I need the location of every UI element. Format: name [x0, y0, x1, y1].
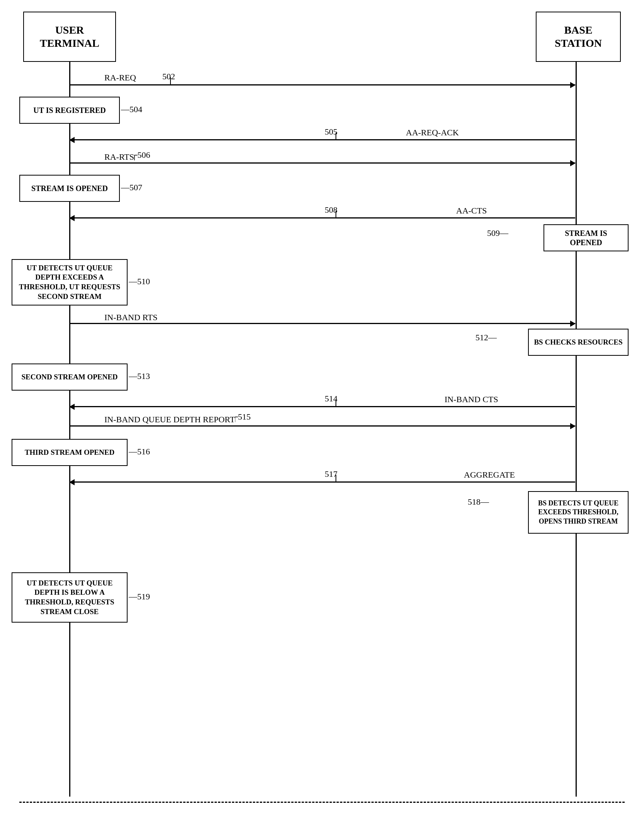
ut-header-label: USER TERMINAL [40, 24, 99, 49]
ref-502-bracket [170, 77, 171, 85]
bs-header-box: BASE STATION [536, 12, 621, 62]
aa-cts-arrow [70, 217, 575, 218]
bs-detects-box: BS DETECTS UT QUEUE EXCEEDS THRESHOLD, O… [528, 491, 629, 534]
stream-opened-ut-box: STREAM IS OPENED [19, 175, 120, 202]
ref-512: 512— [475, 333, 497, 343]
ra-rts-label: RA-RTS [104, 152, 134, 162]
second-stream-opened-box: SECOND STREAM OPENED [12, 364, 128, 391]
ref-506: ┌506 [131, 150, 150, 160]
ref-509: 509— [487, 228, 508, 238]
bs-vertical-line [576, 62, 577, 797]
ref-517-tick [336, 475, 336, 482]
dashed-bottom-line [19, 802, 625, 803]
in-band-cts-arrow [70, 406, 575, 407]
ut-registered-label: UT IS REGISTERED [33, 106, 106, 115]
bs-checks-box: BS CHECKS RESOURCES [528, 329, 629, 356]
in-band-cts-label: IN-BAND CTS [445, 394, 498, 404]
ref-513: —513 [129, 371, 150, 381]
aa-cts-label: AA-CTS [456, 206, 487, 216]
third-stream-opened-box: THIRD STREAM OPENED [12, 439, 128, 466]
bs-header-label: BASE STATION [555, 24, 602, 49]
aa-req-ack-arrow [70, 139, 575, 140]
ut-header-box: USER TERMINAL [23, 12, 116, 62]
in-band-rts-label: IN-BAND RTS [104, 312, 157, 323]
in-band-queue-label: IN-BAND QUEUE DEPTH REPORT [104, 415, 235, 425]
in-band-queue-arrow [70, 425, 575, 427]
ut-detects-second-box: UT DETECTS UT QUEUE DEPTH EXCEEDS A THRE… [12, 259, 128, 305]
bs-detects-label: BS DETECTS UT QUEUE EXCEEDS THRESHOLD, O… [538, 499, 618, 526]
stream-opened-bs-label: STREAM IS OPENED [548, 229, 624, 247]
in-band-rts-arrow [70, 323, 575, 324]
ut-detects-below-label: UT DETECTS UT QUEUE DEPTH IS BELOW A THR… [25, 579, 114, 617]
ref-519: —519 [129, 592, 150, 602]
aggregate-arrow [70, 481, 575, 483]
aggregate-label: AGGREGATE [464, 470, 515, 480]
ref-507: —507 [121, 183, 142, 193]
ut-detects-below-box: UT DETECTS UT QUEUE DEPTH IS BELOW A THR… [12, 572, 128, 623]
ref-518: 518— [468, 497, 489, 507]
ra-req-label: RA-REQ [104, 73, 136, 83]
ref-504: —504 [121, 104, 142, 114]
bs-checks-label: BS CHECKS RESOURCES [534, 338, 622, 347]
third-stream-opened-label: THIRD STREAM OPENED [25, 448, 114, 457]
ref-514-tick [336, 399, 336, 406]
aa-req-ack-label: AA-REQ-ACK [406, 128, 459, 138]
stream-opened-ut-label: STREAM IS OPENED [31, 184, 108, 193]
ref-505-tick [336, 133, 336, 140]
ra-rts-arrow [70, 162, 575, 164]
ra-req-arrow [70, 84, 575, 85]
diagram-container: USER TERMINAL BASE STATION 502 RA-REQ UT… [0, 0, 644, 826]
stream-opened-bs-box: STREAM IS OPENED [543, 224, 629, 251]
ut-detects-second-label: UT DETECTS UT QUEUE DEPTH EXCEEDS A THRE… [19, 263, 120, 302]
ut-registered-box: UT IS REGISTERED [19, 97, 120, 124]
ref-508-tick [336, 211, 336, 218]
ref-516: —516 [129, 447, 150, 457]
ref-510: —510 [129, 276, 150, 287]
ref-502: 502 [162, 72, 175, 82]
ut-vertical-line [69, 62, 70, 797]
second-stream-opened-label: SECOND STREAM OPENED [21, 373, 118, 382]
